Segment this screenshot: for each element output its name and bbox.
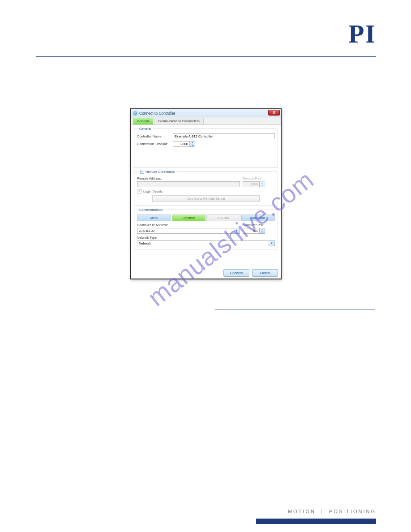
label-remote-port: Remote Port: [243,176,275,180]
tab-pci-bus[interactable]: PCI Bus [206,215,240,221]
reference-rule [215,309,375,309]
button-connect-remote-server: Connect to Remote Server [152,195,260,202]
input-connection-timeout-value[interactable] [173,141,190,147]
input-controller-name[interactable] [173,133,275,139]
legend-remote-label: Remote Connection [146,170,175,174]
legend-general: General [138,127,153,131]
label-network-type: Network Type: [137,236,275,240]
label-controller-port: Controller Port: [243,223,275,227]
label-controller-ip: Controller IP Address: [137,223,240,227]
input-connection-timeout[interactable]: ▲▼ [173,141,195,147]
tab-communication-parameters[interactable]: Communication Parameters [154,118,204,124]
app-icon [133,111,137,116]
connect-dialog: Connect to Controller X General Communic… [130,108,282,279]
spinner-connection-timeout[interactable]: ▲▼ [190,141,195,147]
plus-icon: + [137,189,141,193]
button-connect[interactable]: Connect [223,269,249,277]
label-connection-timeout: Connection Timeout: [137,142,173,146]
tab-ethernet[interactable]: Ethernet [172,215,206,221]
footer-bar [256,519,376,524]
input-remote-port-value [243,181,260,187]
label-login-details: Login Details [143,189,163,193]
footer-text: MOTION | POSITIONING [288,509,376,514]
footer-separator: | [321,509,324,514]
spinner-remote-port: ▲▼ [260,181,265,187]
combo-controller-ip[interactable]: ▼ [137,228,240,234]
tab-simulator[interactable]: Simulator [241,215,275,221]
tab-serial[interactable]: Serial [137,215,171,221]
expander-login-details[interactable]: + Login Details [137,189,275,193]
button-cancel[interactable]: Cancel [252,269,278,277]
tab-general[interactable]: General [133,118,153,124]
footer-motion: MOTION [288,509,316,514]
chevron-down-icon[interactable]: ▼ [269,240,275,246]
dialog-tab-row: General Communication Parameters [131,117,281,125]
minus-icon: − [140,170,144,174]
group-remote-connection: − Remote Connection Remote Address: Remo… [134,170,278,206]
input-controller-port[interactable]: ▲▼ [243,228,275,234]
brand-logo: PI [348,19,376,49]
input-network-type[interactable] [137,240,269,246]
input-remote-port: ▲▼ [243,181,275,187]
header-rule [36,56,376,57]
footer-positioning: POSITIONING [329,509,376,514]
combo-network-type[interactable]: ▼ [137,240,275,246]
chevron-down-icon[interactable]: ▼ [234,228,240,234]
dialog-title: Connect to Controller [139,111,175,116]
input-controller-ip[interactable] [137,228,234,234]
legend-communication: Communication [138,208,164,212]
spinner-controller-port[interactable]: ▲▼ [260,228,265,234]
label-remote-address: Remote Address: [137,176,240,180]
input-remote-address [137,181,240,187]
title-bar: Connect to Controller X [131,109,281,117]
group-communication: Communication Serial Ethernet PCI Bus Si… [134,208,278,249]
checkbox-remote-connection[interactable]: − Remote Connection [140,170,175,174]
group-general: General Controller Name: Connection Time… [134,127,278,168]
input-controller-port-value[interactable] [243,228,260,234]
label-controller-name: Controller Name: [137,134,173,138]
close-button[interactable]: X [268,110,280,116]
